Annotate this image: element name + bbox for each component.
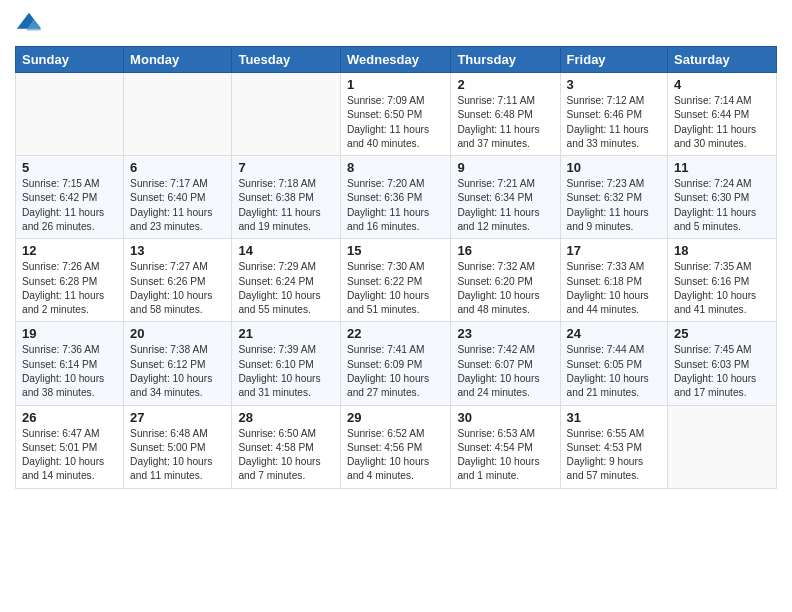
calendar-week-row: 5Sunrise: 7:15 AM Sunset: 6:42 PM Daylig… [16, 156, 777, 239]
day-number: 15 [347, 243, 444, 258]
col-monday: Monday [124, 47, 232, 73]
day-number: 14 [238, 243, 334, 258]
calendar-cell: 6Sunrise: 7:17 AM Sunset: 6:40 PM Daylig… [124, 156, 232, 239]
day-number: 21 [238, 326, 334, 341]
day-info: Sunrise: 7:33 AM Sunset: 6:18 PM Dayligh… [567, 260, 661, 317]
logo [15, 10, 47, 38]
day-info: Sunrise: 7:30 AM Sunset: 6:22 PM Dayligh… [347, 260, 444, 317]
calendar-cell: 30Sunrise: 6:53 AM Sunset: 4:54 PM Dayli… [451, 405, 560, 488]
calendar-cell: 12Sunrise: 7:26 AM Sunset: 6:28 PM Dayli… [16, 239, 124, 322]
calendar-cell: 29Sunrise: 6:52 AM Sunset: 4:56 PM Dayli… [340, 405, 450, 488]
day-info: Sunrise: 7:27 AM Sunset: 6:26 PM Dayligh… [130, 260, 225, 317]
day-info: Sunrise: 7:12 AM Sunset: 6:46 PM Dayligh… [567, 94, 661, 151]
day-number: 6 [130, 160, 225, 175]
day-number: 10 [567, 160, 661, 175]
header-row: Sunday Monday Tuesday Wednesday Thursday… [16, 47, 777, 73]
day-number: 23 [457, 326, 553, 341]
calendar-week-row: 1Sunrise: 7:09 AM Sunset: 6:50 PM Daylig… [16, 73, 777, 156]
day-info: Sunrise: 6:55 AM Sunset: 4:53 PM Dayligh… [567, 427, 661, 484]
calendar-cell: 5Sunrise: 7:15 AM Sunset: 6:42 PM Daylig… [16, 156, 124, 239]
day-info: Sunrise: 7:15 AM Sunset: 6:42 PM Dayligh… [22, 177, 117, 234]
day-number: 27 [130, 410, 225, 425]
col-thursday: Thursday [451, 47, 560, 73]
calendar-cell: 16Sunrise: 7:32 AM Sunset: 6:20 PM Dayli… [451, 239, 560, 322]
calendar-cell [124, 73, 232, 156]
calendar-cell: 26Sunrise: 6:47 AM Sunset: 5:01 PM Dayli… [16, 405, 124, 488]
day-number: 3 [567, 77, 661, 92]
day-number: 19 [22, 326, 117, 341]
day-info: Sunrise: 7:42 AM Sunset: 6:07 PM Dayligh… [457, 343, 553, 400]
day-number: 30 [457, 410, 553, 425]
day-info: Sunrise: 7:41 AM Sunset: 6:09 PM Dayligh… [347, 343, 444, 400]
calendar-cell: 3Sunrise: 7:12 AM Sunset: 6:46 PM Daylig… [560, 73, 667, 156]
day-info: Sunrise: 6:52 AM Sunset: 4:56 PM Dayligh… [347, 427, 444, 484]
day-info: Sunrise: 7:39 AM Sunset: 6:10 PM Dayligh… [238, 343, 334, 400]
calendar-cell: 19Sunrise: 7:36 AM Sunset: 6:14 PM Dayli… [16, 322, 124, 405]
calendar-cell [16, 73, 124, 156]
day-info: Sunrise: 7:26 AM Sunset: 6:28 PM Dayligh… [22, 260, 117, 317]
day-info: Sunrise: 7:11 AM Sunset: 6:48 PM Dayligh… [457, 94, 553, 151]
day-info: Sunrise: 7:44 AM Sunset: 6:05 PM Dayligh… [567, 343, 661, 400]
day-number: 25 [674, 326, 770, 341]
calendar-week-row: 19Sunrise: 7:36 AM Sunset: 6:14 PM Dayli… [16, 322, 777, 405]
day-number: 8 [347, 160, 444, 175]
day-info: Sunrise: 7:35 AM Sunset: 6:16 PM Dayligh… [674, 260, 770, 317]
calendar-cell: 10Sunrise: 7:23 AM Sunset: 6:32 PM Dayli… [560, 156, 667, 239]
day-info: Sunrise: 7:09 AM Sunset: 6:50 PM Dayligh… [347, 94, 444, 151]
day-number: 5 [22, 160, 117, 175]
header [15, 10, 777, 38]
day-info: Sunrise: 6:48 AM Sunset: 5:00 PM Dayligh… [130, 427, 225, 484]
day-number: 29 [347, 410, 444, 425]
logo-icon [15, 10, 43, 38]
day-info: Sunrise: 7:38 AM Sunset: 6:12 PM Dayligh… [130, 343, 225, 400]
col-tuesday: Tuesday [232, 47, 341, 73]
day-info: Sunrise: 6:50 AM Sunset: 4:58 PM Dayligh… [238, 427, 334, 484]
day-number: 24 [567, 326, 661, 341]
day-number: 28 [238, 410, 334, 425]
calendar-cell: 18Sunrise: 7:35 AM Sunset: 6:16 PM Dayli… [668, 239, 777, 322]
calendar-cell: 23Sunrise: 7:42 AM Sunset: 6:07 PM Dayli… [451, 322, 560, 405]
col-sunday: Sunday [16, 47, 124, 73]
day-number: 22 [347, 326, 444, 341]
calendar-cell: 31Sunrise: 6:55 AM Sunset: 4:53 PM Dayli… [560, 405, 667, 488]
day-number: 7 [238, 160, 334, 175]
day-info: Sunrise: 7:20 AM Sunset: 6:36 PM Dayligh… [347, 177, 444, 234]
day-number: 18 [674, 243, 770, 258]
day-number: 13 [130, 243, 225, 258]
day-info: Sunrise: 7:14 AM Sunset: 6:44 PM Dayligh… [674, 94, 770, 151]
calendar-cell: 27Sunrise: 6:48 AM Sunset: 5:00 PM Dayli… [124, 405, 232, 488]
calendar-table: Sunday Monday Tuesday Wednesday Thursday… [15, 46, 777, 489]
day-number: 12 [22, 243, 117, 258]
calendar-cell: 21Sunrise: 7:39 AM Sunset: 6:10 PM Dayli… [232, 322, 341, 405]
calendar-cell: 17Sunrise: 7:33 AM Sunset: 6:18 PM Dayli… [560, 239, 667, 322]
day-info: Sunrise: 7:32 AM Sunset: 6:20 PM Dayligh… [457, 260, 553, 317]
day-info: Sunrise: 7:45 AM Sunset: 6:03 PM Dayligh… [674, 343, 770, 400]
day-info: Sunrise: 7:18 AM Sunset: 6:38 PM Dayligh… [238, 177, 334, 234]
day-number: 26 [22, 410, 117, 425]
day-number: 2 [457, 77, 553, 92]
col-wednesday: Wednesday [340, 47, 450, 73]
calendar-week-row: 26Sunrise: 6:47 AM Sunset: 5:01 PM Dayli… [16, 405, 777, 488]
day-info: Sunrise: 7:21 AM Sunset: 6:34 PM Dayligh… [457, 177, 553, 234]
day-number: 17 [567, 243, 661, 258]
col-friday: Friday [560, 47, 667, 73]
calendar-cell: 28Sunrise: 6:50 AM Sunset: 4:58 PM Dayli… [232, 405, 341, 488]
day-info: Sunrise: 7:36 AM Sunset: 6:14 PM Dayligh… [22, 343, 117, 400]
calendar-cell: 2Sunrise: 7:11 AM Sunset: 6:48 PM Daylig… [451, 73, 560, 156]
calendar-cell: 4Sunrise: 7:14 AM Sunset: 6:44 PM Daylig… [668, 73, 777, 156]
calendar-cell: 7Sunrise: 7:18 AM Sunset: 6:38 PM Daylig… [232, 156, 341, 239]
calendar-cell: 8Sunrise: 7:20 AM Sunset: 6:36 PM Daylig… [340, 156, 450, 239]
calendar-cell: 22Sunrise: 7:41 AM Sunset: 6:09 PM Dayli… [340, 322, 450, 405]
day-number: 4 [674, 77, 770, 92]
day-info: Sunrise: 6:47 AM Sunset: 5:01 PM Dayligh… [22, 427, 117, 484]
day-info: Sunrise: 7:23 AM Sunset: 6:32 PM Dayligh… [567, 177, 661, 234]
day-info: Sunrise: 7:24 AM Sunset: 6:30 PM Dayligh… [674, 177, 770, 234]
page: Sunday Monday Tuesday Wednesday Thursday… [0, 0, 792, 499]
day-number: 20 [130, 326, 225, 341]
calendar-cell: 9Sunrise: 7:21 AM Sunset: 6:34 PM Daylig… [451, 156, 560, 239]
calendar-cell: 24Sunrise: 7:44 AM Sunset: 6:05 PM Dayli… [560, 322, 667, 405]
calendar-week-row: 12Sunrise: 7:26 AM Sunset: 6:28 PM Dayli… [16, 239, 777, 322]
calendar-cell [668, 405, 777, 488]
day-number: 16 [457, 243, 553, 258]
day-info: Sunrise: 7:17 AM Sunset: 6:40 PM Dayligh… [130, 177, 225, 234]
